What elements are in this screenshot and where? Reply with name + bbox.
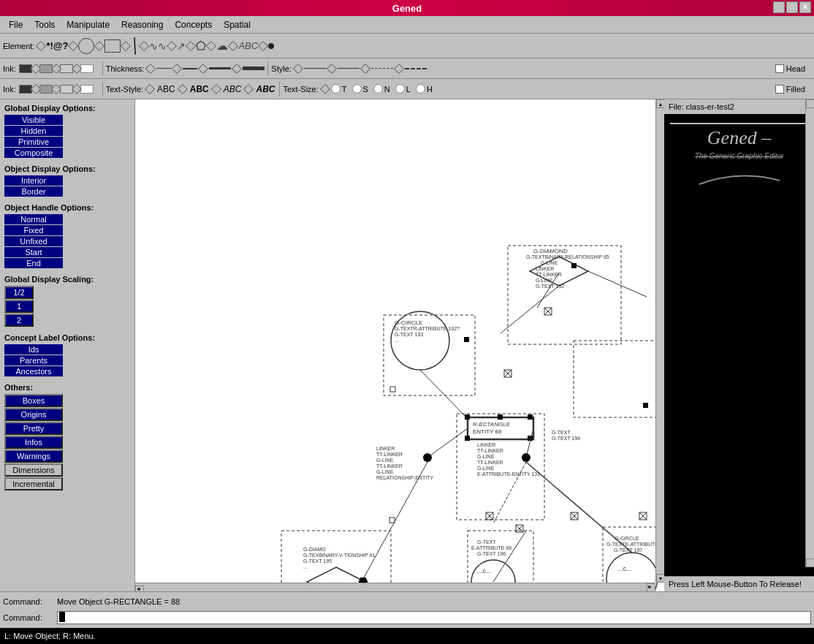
handle-rect-bl[interactable] [465, 436, 470, 441]
textsize-L[interactable] [395, 84, 405, 94]
option-boxes[interactable]: Boxes [4, 394, 63, 407]
style-diamond1[interactable] [293, 63, 303, 73]
style-dashed[interactable] [371, 68, 393, 69]
rp-scroll-up[interactable]: ▲ [806, 99, 814, 108]
style-diamond4[interactable] [394, 63, 404, 73]
option-dimensions[interactable]: Dimensions [4, 463, 63, 477]
option-normal[interactable]: Normal [4, 214, 63, 224]
tool-diamond1[interactable] [36, 40, 46, 50]
option-interior[interactable]: Interior [4, 175, 63, 186]
g-diamond-85[interactable]: G-DIAMOND G-TEXTBINARY-RELATIONSHIP 85 G… [526, 248, 609, 289]
option-ids[interactable]: Ids [4, 344, 63, 355]
thick-diamond4[interactable] [232, 63, 242, 73]
thick-diamond3[interactable] [198, 63, 208, 73]
handle-rect-tr[interactable] [528, 414, 533, 420]
ts-diamond2[interactable] [178, 83, 188, 94]
canvas-svg[interactable]: G-DIAMOND G-TEXTBINARY-RELATIONSHIP 85 G… [135, 99, 664, 591]
thickness-thick[interactable] [209, 67, 231, 69]
tool-diamond10[interactable] [258, 40, 268, 50]
node-x-mark[interactable] [544, 308, 552, 315]
textsize-N[interactable] [373, 84, 383, 94]
option-infos[interactable]: Infos [4, 436, 63, 449]
minimize-button[interactable]: _ [773, 1, 785, 13]
ts-diamond1[interactable] [145, 83, 155, 94]
option-visible[interactable]: Visible [4, 115, 63, 125]
textsize-H[interactable] [416, 84, 425, 94]
filled-cb-box[interactable] [775, 85, 784, 94]
menu-spatial[interactable]: Spatial [218, 18, 256, 31]
tool-diamond9[interactable] [228, 40, 238, 50]
tool-diamond3[interactable] [94, 40, 104, 50]
option-end[interactable]: End [4, 258, 63, 268]
menu-tools[interactable]: Tools [28, 18, 61, 31]
rect-tool[interactable] [104, 39, 121, 53]
style-dotted[interactable] [338, 68, 360, 69]
option-start[interactable]: Start [4, 247, 63, 257]
handle-rect-tm[interactable] [498, 414, 503, 420]
tool-diamond2[interactable] [68, 40, 78, 50]
scroll-down-btn[interactable]: ▼ [656, 574, 664, 583]
scroll-up-btn[interactable]: ▲ [656, 99, 664, 108]
menu-reasoning[interactable]: Reasoning [115, 18, 169, 31]
scale-one[interactable]: 1 [4, 300, 34, 313]
text-icon[interactable]: ABC [238, 40, 258, 51]
thick-diamond1[interactable] [145, 63, 156, 73]
option-warnings[interactable]: Warnings [4, 450, 63, 463]
horizontal-scrollbar[interactable]: ◄ ► [135, 583, 655, 591]
textstyle-bold[interactable]: ABC [190, 84, 209, 94]
textstyle-bolditalic[interactable]: ABC [256, 84, 275, 94]
handle-right1[interactable] [643, 403, 648, 408]
tool-diamond6[interactable] [167, 40, 177, 50]
scale-half[interactable]: 1/2 [4, 286, 34, 299]
option-parents[interactable]: Parents [4, 355, 63, 365]
tool-diamond8[interactable] [206, 40, 216, 50]
squiggle-icon[interactable]: ∿∿ [149, 40, 167, 52]
sz-diamond1[interactable] [320, 83, 330, 94]
rp-scroll-down[interactable]: ▼ [806, 558, 814, 567]
dot-icon[interactable] [268, 43, 274, 49]
head-checkbox[interactable]: Head [775, 64, 805, 73]
tool-diamond7[interactable] [186, 40, 196, 50]
scroll-right-btn[interactable]: ► [647, 583, 655, 591]
style-solid[interactable] [304, 68, 326, 69]
handle-circle-192[interactable] [464, 337, 469, 342]
handle-85[interactable] [571, 263, 577, 268]
option-hidden[interactable]: Hidden [4, 126, 63, 136]
g-rectangle-88[interactable]: R-ECTANGLE ENTITY 88 [465, 414, 533, 441]
filled-checkbox[interactable]: Filled [775, 85, 805, 94]
canvas-area[interactable]: G-DIAMOND G-TEXTBINARY-RELATIONSHIP 85 G… [135, 99, 664, 591]
thick-diamond2[interactable] [172, 63, 182, 73]
thickness-med[interactable] [183, 68, 197, 69]
menu-file[interactable]: File [3, 18, 28, 31]
textsize-S[interactable] [352, 84, 362, 94]
option-incremental[interactable]: Incremental [4, 477, 63, 490]
textstyle-italic[interactable]: ABC [224, 84, 242, 94]
scale-two[interactable]: 2 [4, 314, 34, 327]
option-unfixed[interactable]: Unfixed [4, 236, 63, 246]
option-composite[interactable]: Composite [4, 148, 63, 158]
command-input[interactable] [57, 611, 811, 624]
scroll-left-btn[interactable]: ◄ [135, 586, 144, 591]
right-panel-scrollbar[interactable]: ▲ ▼ [805, 99, 814, 567]
menu-manipulate[interactable]: Manipulate [61, 18, 115, 31]
g-circle-192[interactable]: G-CIRCLE G-TEXTR-ATTRIBUTE 192? G-TEXT 1… [391, 311, 469, 370]
style-dashed2[interactable] [405, 68, 427, 69]
maximize-button[interactable]: □ [786, 1, 798, 13]
g-text-194[interactable]: G-TEXT G-TEXT 194 [552, 403, 648, 441]
blob-icon[interactable]: ☁ [216, 39, 228, 53]
vertical-scrollbar[interactable]: ▲ ▼ [655, 99, 664, 583]
style-diamond3[interactable] [360, 63, 370, 73]
relationship-node-1[interactable]: LINKER TT-LINKER G-LINE TT-LINKER G-LINE… [376, 446, 433, 480]
option-pretty[interactable]: Pretty [4, 422, 63, 435]
polygon-icon[interactable]: ⬠ [196, 39, 206, 53]
option-ancestors[interactable]: Ancestors [4, 366, 63, 376]
option-primitive[interactable]: Primitive [4, 137, 63, 147]
thickness-thicker[interactable] [243, 67, 265, 70]
ts-diamond3[interactable] [211, 83, 221, 94]
textsize-T[interactable] [331, 84, 341, 94]
style-diamond2[interactable] [327, 63, 337, 73]
thickness-thin[interactable] [156, 68, 171, 69]
asterisk-icon[interactable]: *!@? [46, 40, 68, 51]
menu-concepts[interactable]: Concepts [169, 18, 218, 31]
close-button[interactable]: ✕ [799, 1, 811, 13]
